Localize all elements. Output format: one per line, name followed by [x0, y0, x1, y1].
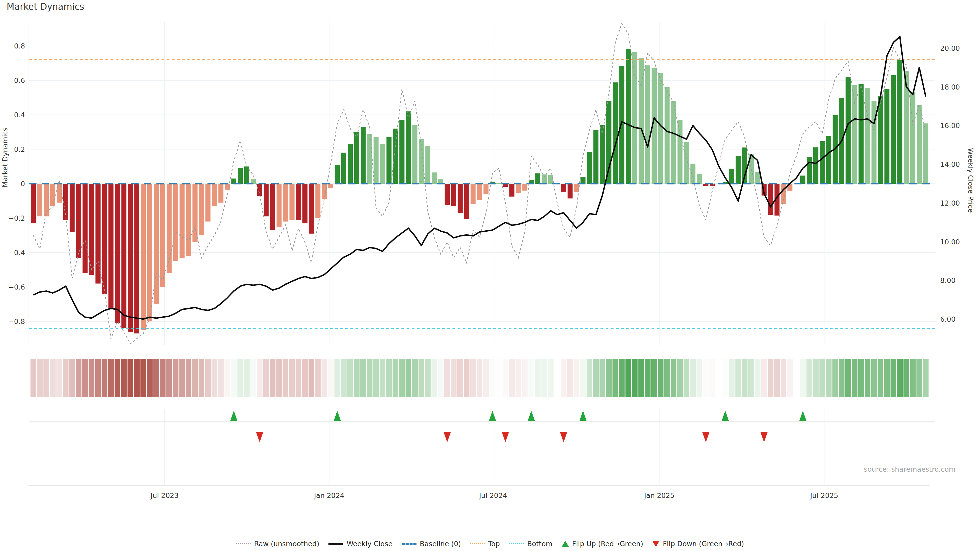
flip-up-marker-icon: [528, 411, 535, 421]
heatmap-cell: [224, 359, 230, 397]
x-axis-tick: Jan 2024: [313, 492, 344, 499]
heatmap-cell: [276, 359, 282, 397]
heatmap-cell: [904, 359, 909, 397]
x-axis-tick: Jul 2024: [479, 492, 507, 499]
heatmap-cell: [464, 359, 469, 397]
heatmap-cell: [742, 359, 748, 397]
heatmap-cell: [710, 359, 715, 397]
dynamics-bar: [542, 175, 547, 184]
heatmap-cell: [367, 359, 372, 397]
dynamics-bar: [678, 120, 682, 184]
heatmap-cell: [658, 359, 663, 397]
y-left-tick: 0.6: [14, 76, 25, 84]
dynamics-bar: [160, 184, 165, 287]
legend-label: Flip Up (Red→Green): [572, 540, 643, 548]
heatmap-cell: [406, 359, 411, 397]
dynamics-bar: [496, 183, 501, 184]
heatmap-cell: [865, 359, 870, 397]
legend-label: Flip Down (Green→Red): [663, 540, 744, 548]
heatmap-cell: [878, 359, 883, 397]
dynamics-bar: [70, 184, 75, 232]
heatmap-cell: [509, 359, 515, 397]
y-right-tick: 6.00: [940, 315, 956, 323]
heatmap-cell: [438, 359, 444, 397]
dynamics-bar: [613, 83, 618, 184]
dynamics-bar: [522, 184, 527, 191]
dynamics-bar: [354, 132, 360, 184]
flip-up-marker-icon: [334, 411, 341, 421]
dynamics-bar: [283, 184, 288, 222]
heatmap-cell: [483, 359, 489, 397]
dynamics-bar: [121, 184, 127, 328]
dynamics-bar: [374, 137, 379, 184]
dynamics-bar: [639, 58, 644, 184]
heatmap-cell: [735, 359, 741, 397]
y-left-tick: 0.4: [14, 111, 25, 119]
heatmap-cell: [858, 359, 864, 397]
dynamics-bar: [128, 184, 133, 332]
dynamics-bar: [484, 184, 488, 194]
heatmap-cell: [684, 359, 689, 397]
heatmap-cell: [671, 359, 676, 397]
heatmap-cell: [302, 359, 308, 397]
x-axis-tick: Jul 2023: [150, 492, 179, 499]
heatmap-cell: [199, 359, 204, 397]
heatmap-cell: [89, 359, 94, 397]
dynamics-bar: [244, 167, 249, 184]
dynamics-bar: [425, 146, 430, 184]
dynamics-bar: [729, 169, 734, 184]
heatmap-cell: [76, 359, 81, 397]
heatmap-cell: [43, 359, 49, 397]
dynamics-bar: [690, 164, 695, 184]
heatmap-cell: [522, 359, 528, 397]
top-line-swatch-icon: [470, 543, 485, 545]
dynamics-heatmap: [30, 359, 929, 397]
heatmap-cell: [580, 359, 586, 397]
dynamics-bar: [645, 65, 650, 184]
heatmap-cell: [677, 359, 682, 397]
dynamics-bar: [574, 184, 579, 192]
heatmap-cell: [108, 359, 114, 397]
dynamics-bar: [593, 130, 598, 184]
y-right-tick: 16.00: [940, 122, 960, 130]
heatmap-cell: [593, 359, 599, 397]
heatmap-cell: [515, 359, 521, 397]
y-left-tick: −0.6: [8, 283, 25, 291]
dynamics-bar: [406, 111, 411, 184]
heatmap-cell: [548, 359, 554, 397]
y-right-tick: 8.00: [940, 276, 956, 284]
flip-up-marker-icon: [722, 411, 729, 421]
heatmap-cell: [768, 359, 773, 397]
dynamics-bar: [464, 184, 469, 219]
y-right-tick: 14.00: [940, 160, 960, 168]
dynamics-bar: [755, 172, 760, 184]
heatmap-cell: [37, 359, 43, 397]
dynamics-bar: [600, 125, 605, 184]
heatmap-cell: [632, 359, 638, 397]
dynamics-bar: [95, 184, 100, 284]
heatmap-cell: [354, 359, 360, 397]
baseline-swatch-icon: [402, 543, 417, 545]
dynamics-bar: [477, 184, 482, 200]
heatmap-cell: [897, 359, 903, 397]
heatmap-cell: [703, 359, 709, 397]
heatmap-cell: [794, 359, 799, 397]
dynamics-bar: [917, 105, 922, 184]
heatmap-cell: [418, 359, 424, 397]
dynamics-bar: [387, 137, 391, 184]
dynamics-bar: [302, 184, 307, 223]
heatmap-cell: [147, 359, 153, 397]
heatmap-cell: [166, 359, 172, 397]
heatmap-cell: [813, 359, 818, 397]
dynamics-bar: [568, 184, 573, 198]
heatmap-cell: [173, 359, 178, 397]
dynamics-bar: [322, 184, 327, 199]
heatmap-cell: [263, 359, 269, 397]
heatmap-cell: [845, 359, 851, 397]
y-left-tick: −0.2: [8, 214, 25, 222]
heatmap-cell: [852, 359, 857, 397]
dynamics-bar: [290, 184, 294, 220]
heatmap-cell: [826, 359, 832, 397]
dynamics-bar: [800, 176, 805, 184]
dynamics-bar: [147, 184, 152, 321]
